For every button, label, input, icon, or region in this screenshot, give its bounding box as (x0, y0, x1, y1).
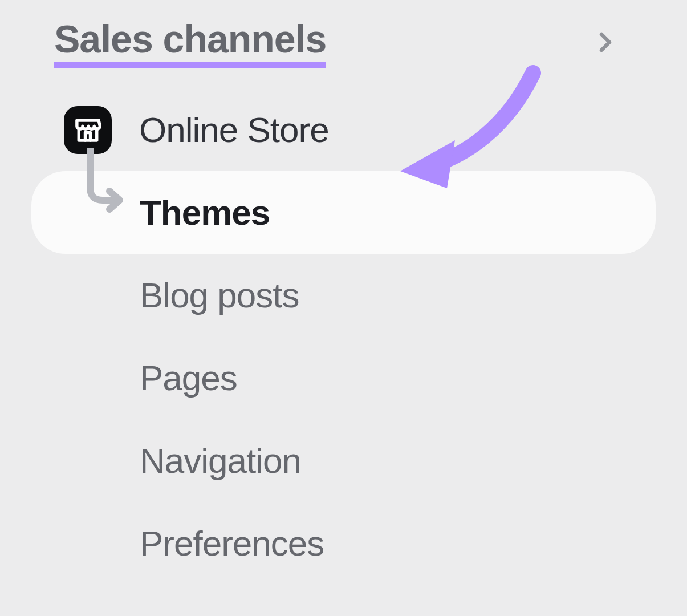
section-title[interactable]: Sales channels (54, 17, 326, 68)
sidebar-item-label: Online Store (139, 110, 329, 150)
sidebar-item-pages[interactable]: Pages (0, 337, 687, 419)
chevron-right-icon[interactable] (591, 29, 619, 56)
sidebar-item-label: Pages (140, 358, 237, 398)
store-icon (64, 106, 112, 154)
sidebar-item-online-store[interactable]: Online Store (0, 88, 687, 171)
sidebar-nav: Online Store Themes Blog posts Pages Nav… (0, 88, 687, 585)
sidebar-item-label: Themes (140, 192, 270, 233)
sidebar-item-navigation[interactable]: Navigation (0, 419, 687, 502)
sidebar-item-label: Navigation (140, 440, 301, 481)
sidebar-item-label: Blog posts (140, 275, 299, 315)
sidebar-item-themes[interactable]: Themes (31, 171, 656, 254)
section-header: Sales channels (54, 14, 619, 71)
sidebar-item-blog-posts[interactable]: Blog posts (0, 254, 687, 337)
sidebar-item-label: Preferences (140, 523, 324, 564)
sidebar-item-preferences[interactable]: Preferences (0, 502, 687, 585)
